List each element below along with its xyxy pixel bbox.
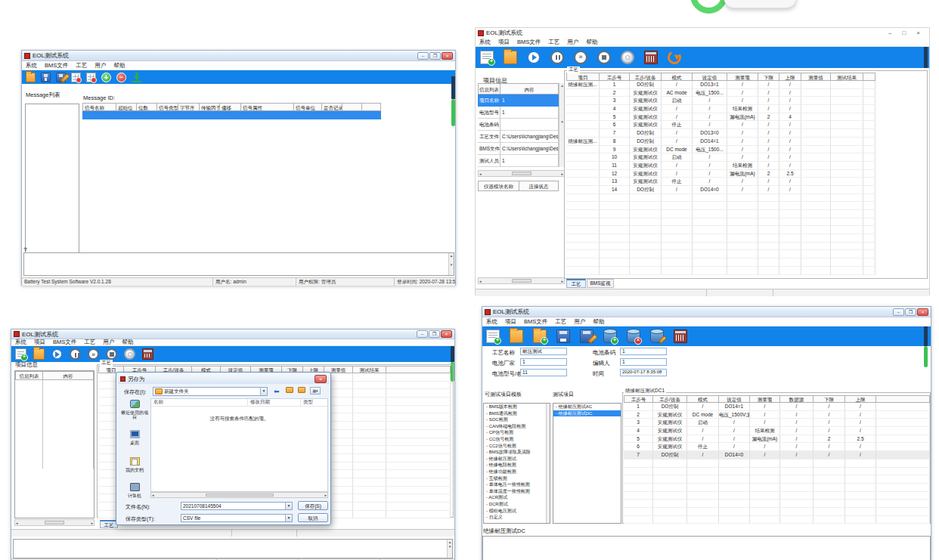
menu-item[interactable]: BMS文件: [53, 339, 76, 346]
new-doc-icon[interactable]: [486, 330, 500, 343]
factory-input[interactable]: 1: [520, 358, 567, 366]
menu-item[interactable]: 工艺: [84, 339, 95, 346]
table-row[interactable]: 绝缘耐压测...8DO控制/DO14=1///: [566, 138, 875, 146]
list-item[interactable]: - DCR测试: [484, 501, 550, 508]
table-row[interactable]: 项目名称1: [478, 94, 559, 107]
menu-item[interactable]: 项目: [498, 39, 510, 46]
menu-item[interactable]: 系统: [26, 62, 37, 70]
stop-icon[interactable]: [597, 51, 611, 64]
up-folder-icon[interactable]: [286, 387, 293, 393]
sidebar-desktop[interactable]: 桌面: [119, 430, 150, 445]
disc-icon[interactable]: [124, 348, 135, 360]
table-row[interactable]: 13安规测试仪停止////: [566, 178, 875, 186]
stop-icon[interactable]: [106, 348, 117, 360]
editor-input[interactable]: 1: [620, 358, 667, 366]
new-doc-icon[interactable]: [15, 348, 26, 360]
scrollbar-thumb[interactable]: [451, 99, 455, 126]
model-input[interactable]: 11: [520, 369, 567, 376]
db-edit-icon[interactable]: [650, 330, 664, 343]
folder-combo[interactable]: 新建文件夹 ▼: [153, 387, 268, 396]
minimize-button[interactable]: ‒: [893, 308, 904, 316]
table-row[interactable]: 12安规测试仪//漏电流(mA)22.5: [566, 170, 875, 178]
close-button[interactable]: ×: [917, 308, 928, 316]
table-row[interactable]: 10安规测试仪启动////: [566, 153, 875, 162]
dropdown-arrow-icon[interactable]: ▼: [285, 503, 292, 509]
list-item[interactable]: - 单体电压一致性检测: [484, 481, 550, 488]
menu-item[interactable]: 项目: [34, 339, 45, 346]
dialog-title-bar[interactable]: 另存为 ×: [118, 374, 329, 384]
menu-item[interactable]: 用户: [574, 318, 585, 326]
list-item[interactable]: - SOC检测: [484, 416, 550, 423]
tab-bms[interactable]: BMS监视: [587, 279, 614, 288]
table-row[interactable]: 2安规测试仪AC mode电压_1500...///: [566, 89, 875, 97]
back-icon[interactable]: ⬅: [274, 388, 280, 395]
import-arrow-icon[interactable]: [132, 73, 141, 82]
menu-item[interactable]: 帮助: [586, 39, 597, 46]
close-button[interactable]: ×: [441, 330, 452, 338]
menu-item[interactable]: 帮助: [122, 339, 133, 346]
list-item[interactable]: - CC2信号检测: [484, 443, 550, 450]
save-type-combo[interactable]: CSV file▼: [181, 514, 293, 522]
table-row[interactable]: 6安规测试仪停止/////: [624, 443, 930, 451]
refresh-icon[interactable]: [666, 49, 683, 66]
table-row[interactable]: 电池型号1: [478, 107, 559, 119]
list-item[interactable]: - 绝缘耐压测试DC: [553, 410, 621, 417]
folder-open-icon[interactable]: [504, 51, 517, 64]
list-item[interactable]: - 绝缘耐压测试AC: [553, 404, 621, 410]
restore-button[interactable]: ❐: [429, 330, 440, 338]
table-row[interactable]: 工艺文件C:\Users\lichangjiang\Desktop\: [478, 131, 559, 143]
menu-item[interactable]: 系统: [486, 318, 497, 326]
table-row[interactable]: 电池条码: [478, 119, 559, 131]
list-item[interactable]: - 绝缘功能检测: [484, 469, 550, 475]
list-item[interactable]: - CAN终端电阻检测: [484, 423, 550, 430]
table-row[interactable]: 11安规测试仪//结果检测//: [566, 162, 875, 170]
restore-button[interactable]: ❐: [905, 308, 916, 316]
new-folder-icon[interactable]: [298, 387, 305, 393]
col-date[interactable]: 修改日期: [248, 399, 301, 406]
disc-icon[interactable]: [621, 51, 634, 64]
list-item[interactable]: - ACR测试: [484, 494, 550, 501]
menu-item[interactable]: 帮助: [113, 62, 125, 70]
menu-item[interactable]: 项目: [505, 318, 516, 326]
folder-open-icon[interactable]: [26, 73, 36, 82]
title-bar[interactable]: EOL测试系统 ‒ ❐ ×: [482, 307, 931, 317]
barcode-input[interactable]: 1: [620, 348, 667, 355]
table-row[interactable]: 7DO控制/DO13=0///: [566, 129, 875, 138]
col-name[interactable]: 名称: [151, 399, 248, 406]
folder-open-icon[interactable]: [510, 330, 523, 343]
dropdown-arrow-icon[interactable]: ▼: [285, 515, 292, 521]
message-list-panel[interactable]: [25, 104, 79, 262]
proc-name-input[interactable]: 耐压测试: [520, 348, 567, 355]
tab-process[interactable]: 工艺: [566, 279, 586, 288]
menu-item[interactable]: 用户: [567, 39, 578, 46]
barcode-icon[interactable]: [674, 330, 687, 343]
minimize-button[interactable]: ‒: [417, 52, 429, 60]
save-icon[interactable]: [41, 73, 51, 82]
table-row[interactable]: BMS文件C:\Users\lichangjiang\Desktop\: [478, 143, 559, 155]
close-button[interactable]: ×: [442, 52, 453, 60]
play-icon[interactable]: [527, 51, 541, 64]
menu-item[interactable]: 系统: [15, 339, 26, 346]
table-row[interactable]: 9安规测试仪DC mode电压_1500...///: [566, 146, 875, 154]
list-item[interactable]: - 自定义: [484, 514, 550, 521]
list-item[interactable]: - 绝缘耐压测试: [484, 456, 550, 463]
menu-item[interactable]: 帮助: [593, 318, 604, 326]
save-icon[interactable]: [556, 330, 570, 343]
restore-button[interactable]: ❐: [429, 52, 441, 60]
db-add-icon[interactable]: [603, 330, 617, 343]
barcode-icon[interactable]: [142, 348, 153, 360]
save-edit-icon[interactable]: [580, 330, 593, 343]
close-button[interactable]: ×: [916, 29, 920, 36]
minimize-button[interactable]: –: [888, 29, 891, 36]
list-item[interactable]: - CP信号检测: [484, 429, 550, 436]
fast-forward-icon[interactable]: [574, 51, 587, 64]
table-row[interactable]: 3安规测试仪启动////: [566, 97, 875, 105]
dialog-close-button[interactable]: ×: [315, 375, 327, 383]
barcode-icon[interactable]: [644, 51, 658, 64]
list-item[interactable]: - BMS通讯检测: [484, 410, 550, 417]
title-bar[interactable]: EOL测试系统 ‒ ❐ ×: [22, 51, 455, 61]
menu-item[interactable]: 工艺: [76, 62, 87, 70]
sidebar-documents[interactable]: 我的文档: [119, 457, 150, 472]
scrollbar-thumb[interactable]: [924, 346, 928, 367]
list-item[interactable]: - BMS版本检测: [484, 404, 550, 410]
